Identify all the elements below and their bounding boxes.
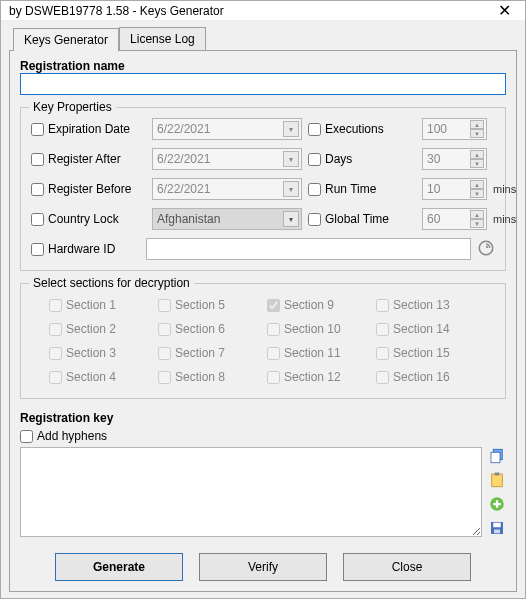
add-hyphens-checkbox[interactable]: Add hyphens: [20, 429, 506, 443]
executions-checkbox[interactable]: Executions: [308, 122, 416, 136]
label: Run Time: [325, 182, 376, 196]
registration-key-block: Registration key Add hyphens: [20, 411, 506, 537]
svg-rect-7: [493, 523, 501, 528]
section-label: Section 15: [393, 346, 450, 360]
label: Close: [392, 560, 423, 574]
add-icon[interactable]: [488, 495, 506, 513]
hardware-id-checkbox[interactable]: Hardware ID: [31, 242, 140, 256]
run-time-unit: mins: [493, 183, 525, 195]
section-checkbox[interactable]: Section 14: [376, 322, 477, 336]
value: 6/22/2021: [157, 122, 210, 136]
chevron-down-icon[interactable]: ▾: [283, 151, 299, 167]
registration-name-label: Registration name: [20, 59, 506, 73]
section-label: Section 10: [284, 322, 341, 336]
days-field[interactable]: 30▲▼: [422, 148, 487, 170]
executions-field[interactable]: 100▲▼: [422, 118, 487, 140]
section-checkbox[interactable]: Section 11: [267, 346, 368, 360]
expiration-date-field[interactable]: 6/22/2021▾: [152, 118, 302, 140]
spinner[interactable]: ▲▼: [470, 150, 484, 168]
section-label: Section 1: [66, 298, 116, 312]
section-checkbox[interactable]: Section 13: [376, 298, 477, 312]
section-label: Section 13: [393, 298, 450, 312]
hardware-id-input[interactable]: [146, 238, 471, 260]
label: Register Before: [48, 182, 131, 196]
section-checkbox[interactable]: Section 5: [158, 298, 259, 312]
country-lock-checkbox[interactable]: Country Lock: [31, 212, 146, 226]
hardware-id-row: Hardware ID: [31, 238, 495, 260]
value: 60: [427, 212, 440, 226]
side-icons: [488, 447, 506, 537]
save-icon[interactable]: [488, 519, 506, 537]
registration-key-label: Registration key: [20, 411, 506, 425]
chevron-down-icon[interactable]: ▾: [283, 121, 299, 137]
registration-key-textarea[interactable]: [20, 447, 482, 537]
svg-rect-3: [492, 474, 503, 487]
chevron-down-icon[interactable]: ▾: [283, 181, 299, 197]
close-icon[interactable]: ✕: [492, 1, 517, 20]
svg-point-0: [479, 241, 493, 255]
client-area: Keys Generator License Log Registration …: [1, 21, 525, 599]
days-checkbox[interactable]: Days: [308, 152, 416, 166]
section-label: Section 7: [175, 346, 225, 360]
value: 6/22/2021: [157, 152, 210, 166]
registration-name-input[interactable]: [20, 73, 506, 95]
register-after-field[interactable]: 6/22/2021▾: [152, 148, 302, 170]
fingerprint-icon[interactable]: [477, 239, 495, 260]
section-label: Section 16: [393, 370, 450, 384]
registration-name-block: Registration name: [20, 59, 506, 95]
section-label: Section 3: [66, 346, 116, 360]
value: 100: [427, 122, 447, 136]
run-time-checkbox[interactable]: Run Time: [308, 182, 416, 196]
country-lock-combo[interactable]: Afghanistan▾: [152, 208, 302, 230]
tab-label: License Log: [130, 32, 195, 46]
section-label: Section 5: [175, 298, 225, 312]
section-checkbox[interactable]: Section 7: [158, 346, 259, 360]
label: Global Time: [325, 212, 389, 226]
section-label: Section 8: [175, 370, 225, 384]
app-window: by DSWEB19778 1.58 - Keys Generator ✕ Ke…: [0, 0, 526, 599]
global-time-checkbox[interactable]: Global Time: [308, 212, 416, 226]
section-checkbox[interactable]: Section 2: [49, 322, 150, 336]
section-checkbox[interactable]: Section 6: [158, 322, 259, 336]
section-checkbox[interactable]: Section 16: [376, 370, 477, 384]
register-after-checkbox[interactable]: Register After: [31, 152, 146, 166]
spinner[interactable]: ▲▼: [470, 120, 484, 138]
label: Register After: [48, 152, 121, 166]
svg-rect-8: [494, 530, 500, 534]
paste-icon[interactable]: [488, 471, 506, 489]
value: 6/22/2021: [157, 182, 210, 196]
tab-label: Keys Generator: [24, 33, 108, 47]
section-label: Section 11: [284, 346, 341, 360]
label: Add hyphens: [37, 429, 107, 443]
section-checkbox[interactable]: Section 8: [158, 370, 259, 384]
spinner[interactable]: ▲▼: [470, 180, 484, 198]
section-checkbox[interactable]: Section 1: [49, 298, 150, 312]
section-checkbox[interactable]: Section 9: [267, 298, 368, 312]
section-checkbox[interactable]: Section 12: [267, 370, 368, 384]
run-time-field[interactable]: 10▲▼: [422, 178, 487, 200]
global-time-field[interactable]: 60▲▼: [422, 208, 487, 230]
tab-license-log[interactable]: License Log: [119, 27, 206, 50]
close-button[interactable]: Close: [343, 553, 471, 581]
value: 30: [427, 152, 440, 166]
section-checkbox[interactable]: Section 3: [49, 346, 150, 360]
register-before-checkbox[interactable]: Register Before: [31, 182, 146, 196]
chevron-down-icon[interactable]: ▾: [283, 211, 299, 227]
svg-rect-4: [495, 473, 500, 476]
section-checkbox[interactable]: Section 10: [267, 322, 368, 336]
generate-button[interactable]: Generate: [55, 553, 183, 581]
section-label: Section 12: [284, 370, 341, 384]
label: Country Lock: [48, 212, 119, 226]
section-checkbox[interactable]: Section 4: [49, 370, 150, 384]
spinner[interactable]: ▲▼: [470, 210, 484, 228]
titlebar: by DSWEB19778 1.58 - Keys Generator ✕: [1, 1, 525, 21]
copy-icon[interactable]: [488, 447, 506, 465]
label: Verify: [248, 560, 278, 574]
expiration-date-checkbox[interactable]: Expiration Date: [31, 122, 146, 136]
value: 10: [427, 182, 440, 196]
register-before-field[interactable]: 6/22/2021▾: [152, 178, 302, 200]
verify-button[interactable]: Verify: [199, 553, 327, 581]
section-checkbox[interactable]: Section 15: [376, 346, 477, 360]
tab-strip: Keys Generator License Log: [9, 27, 517, 50]
tab-keys-generator[interactable]: Keys Generator: [13, 28, 119, 51]
